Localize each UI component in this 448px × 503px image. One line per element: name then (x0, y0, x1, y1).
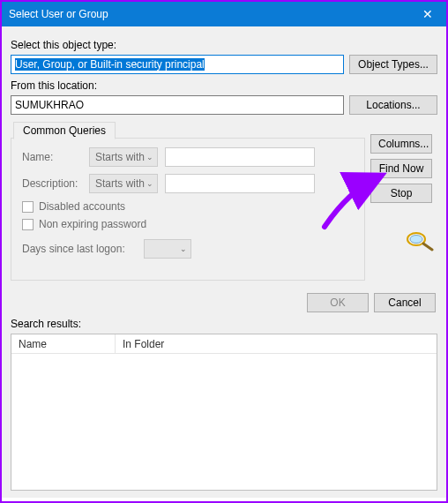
results-header: Name In Folder (11, 334, 437, 354)
stop-button[interactable]: Stop (370, 184, 432, 203)
description-input[interactable] (165, 174, 315, 193)
non-expiring-label: Non expiring password (39, 218, 146, 230)
columns-button[interactable]: Columns... (370, 134, 432, 154)
description-mode-value: Starts with (95, 177, 145, 190)
name-label: Name: (22, 151, 82, 163)
column-in-folder[interactable]: In Folder (116, 334, 437, 353)
svg-line-2 (423, 244, 432, 250)
disabled-accounts-label: Disabled accounts (39, 200, 125, 213)
name-mode-value: Starts with (95, 151, 145, 163)
location-label: From this location: (11, 79, 437, 92)
chevron-down-icon: ⌄ (146, 153, 153, 161)
find-now-button[interactable]: Find Now (370, 159, 432, 178)
search-results-list[interactable]: Name In Folder (11, 334, 437, 491)
svg-point-1 (410, 236, 422, 244)
dialog-content: Select this object type: User, Group, or… (2, 26, 446, 498)
name-input[interactable] (165, 147, 315, 167)
description-mode-combo[interactable]: Starts with ⌄ (89, 174, 158, 193)
column-name[interactable]: Name (11, 334, 116, 353)
common-queries-group: Common Queries Name: Starts with ⌄ Descr… (11, 138, 365, 281)
search-results-label: Search results: (11, 318, 437, 330)
object-type-label: Select this object type: (11, 39, 437, 51)
cancel-button[interactable]: Cancel (374, 293, 436, 312)
object-type-field[interactable]: User, Group, or Built-in security princi… (11, 55, 344, 74)
search-icon (404, 229, 437, 255)
chevron-down-icon: ⌄ (146, 179, 153, 188)
locations-button[interactable]: Locations... (349, 95, 437, 115)
object-types-button[interactable]: Object Types... (349, 55, 437, 74)
object-type-value: User, Group, or Built-in security princi… (15, 58, 205, 71)
name-mode-combo[interactable]: Starts with ⌄ (89, 147, 158, 167)
disabled-accounts-checkbox[interactable] (22, 201, 34, 213)
tab-common-queries[interactable]: Common Queries (13, 122, 116, 139)
days-since-logon-label: Days since last logon: (22, 243, 137, 255)
ok-button[interactable]: OK (307, 293, 369, 312)
title-bar: Select User or Group ✕ (2, 2, 446, 26)
close-button[interactable]: ✕ (409, 2, 446, 26)
window-title: Select User or Group (9, 8, 108, 20)
location-value: SUMUKHRAO (15, 99, 84, 111)
description-label: Description: (22, 177, 82, 190)
location-field[interactable]: SUMUKHRAO (11, 95, 344, 115)
days-since-logon-combo[interactable]: ⌄ (144, 239, 191, 259)
non-expiring-checkbox[interactable] (22, 219, 34, 230)
chevron-down-icon: ⌄ (180, 244, 187, 253)
